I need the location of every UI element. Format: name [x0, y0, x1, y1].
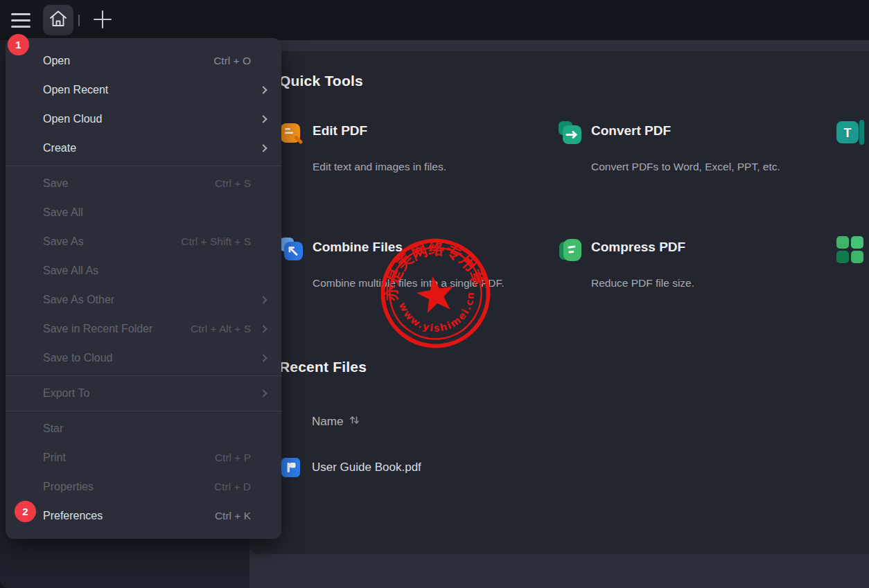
menu-divider	[6, 166, 281, 166]
pdf-file-icon	[281, 457, 301, 481]
home-icon	[48, 8, 69, 32]
teams-icon[interactable]: T	[835, 119, 866, 148]
menu-item-preferences[interactable]: Preferences Ctrl + K	[6, 501, 281, 531]
card-description: Edit text and images in files.	[313, 158, 510, 175]
quick-tools-title: Quick Tools	[279, 73, 363, 89]
chevron-right-icon	[259, 86, 267, 93]
menu-item-save: Save Ctrl + S	[6, 169, 281, 198]
quick-tool-combine-files[interactable]: Combine Files Combine multiple files int…	[279, 234, 515, 324]
column-header-label: Name	[312, 415, 343, 429]
main-area: Quick Tools Edit PDF Edit text and image…	[249, 40, 869, 588]
svg-text:T: T	[844, 126, 852, 140]
annotation-badge-2: 2	[15, 501, 36, 522]
menu-item-export-to: Export To	[6, 379, 281, 408]
card-title: Combine Files	[313, 240, 403, 255]
card-description: Combine multiple files into a single PDF…	[313, 274, 510, 292]
menu-item-save-as-other: Save As Other	[6, 285, 281, 314]
menu-item-save-as: Save As Ctrl + Shift + S	[6, 227, 281, 256]
green-grid-icon[interactable]	[835, 235, 864, 264]
menu-item-star: Star	[6, 414, 281, 443]
chevron-right-icon	[259, 296, 267, 303]
hamburger-menu-button[interactable]	[11, 8, 35, 32]
menu-divider	[6, 375, 281, 376]
file-name: User Guide Book.pdf	[312, 461, 421, 474]
column-header-name[interactable]: Name	[312, 414, 360, 429]
chevron-right-icon	[259, 389, 267, 397]
quick-tool-convert-pdf[interactable]: Convert PDF Convert PDFs to Word, Excel,…	[558, 118, 793, 208]
tab-separator	[78, 15, 80, 26]
card-title: Compress PDF	[591, 240, 685, 255]
chevron-right-icon	[259, 144, 267, 152]
app-window: Quick Tools Edit PDF Edit text and image…	[0, 0, 869, 588]
menu-divider	[6, 411, 281, 411]
menu-item-open-cloud[interactable]: Open Cloud	[6, 105, 281, 134]
quick-tool-edit-pdf[interactable]: Edit PDF Edit text and images in files.	[279, 118, 515, 208]
compress-pdf-icon	[558, 237, 586, 265]
card-description: Reduce PDF file size.	[591, 274, 789, 292]
chevron-right-icon	[259, 325, 267, 332]
plus-icon	[92, 9, 113, 33]
menu-item-save-in-recent-folder: Save in Recent Folder Ctrl + Alt + S	[6, 314, 281, 344]
application-menu: 1 2 Open Ctrl + O Open Recent Open Cloud…	[6, 38, 281, 539]
chevron-right-icon	[259, 354, 267, 362]
card-title: Convert PDF	[591, 123, 671, 139]
menu-item-print: Print Ctrl + P	[6, 443, 281, 472]
combine-files-icon	[279, 237, 307, 265]
card-title: Edit PDF	[313, 123, 367, 139]
quick-tool-compress-pdf[interactable]: Compress PDF Reduce PDF file size.	[558, 234, 793, 324]
menu-item-properties: Properties Ctrl + D	[6, 472, 281, 501]
menu-item-open-recent[interactable]: Open Recent	[6, 75, 281, 105]
title-bar	[0, 0, 869, 40]
convert-pdf-icon	[558, 121, 586, 148]
recent-files-title: Recent Files	[279, 359, 367, 375]
annotation-badge-1: 1	[8, 34, 29, 55]
recent-file-row[interactable]: User Guide Book.pdf	[281, 457, 766, 482]
menu-item-save-to-cloud: Save to Cloud	[6, 344, 281, 373]
menu-item-create[interactable]: Create	[6, 134, 281, 163]
sort-icon[interactable]	[349, 414, 360, 429]
menu-item-save-all: Save All	[6, 198, 281, 227]
home-tab-button[interactable]	[43, 5, 73, 35]
new-tab-button[interactable]	[91, 9, 114, 33]
edit-pdf-icon	[279, 121, 307, 148]
menu-item-open[interactable]: Open Ctrl + O	[6, 46, 281, 75]
chevron-right-icon	[259, 115, 267, 123]
menu-item-save-all-as: Save All As	[6, 256, 281, 285]
card-description: Convert PDFs to Word, Excel, PPT, etc.	[591, 158, 789, 175]
